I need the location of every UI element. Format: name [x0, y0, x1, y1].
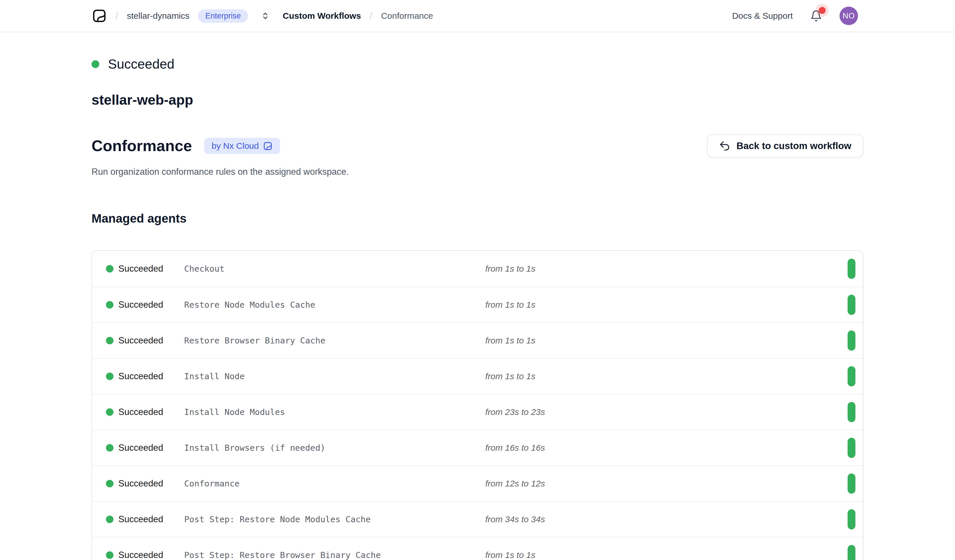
step-timeline-bar: [848, 366, 855, 387]
step-duration: from 12s to 12s: [485, 479, 848, 488]
step-status-label: Succeeded: [118, 514, 163, 524]
step-name: Restore Browser Binary Cache: [184, 335, 485, 345]
step-timeline-bar: [848, 402, 855, 422]
step-row[interactable]: Succeeded Install Node Modules from 23s …: [92, 394, 863, 430]
step-row[interactable]: Succeeded Conformance from 12s to 12s: [92, 465, 863, 501]
status-dot-icon: [106, 301, 113, 309]
step-row[interactable]: Succeeded Install Browsers (if needed) f…: [92, 430, 863, 465]
breadcrumb-separator: /: [116, 10, 118, 21]
step-status-label: Succeeded: [118, 407, 163, 417]
step-duration: from 1s to 1s: [485, 371, 848, 381]
back-button-label: Back to custom workflow: [736, 140, 852, 151]
status-dot-icon: [106, 265, 113, 273]
workflow-description: Run organization conformance rules on th…: [91, 165, 864, 178]
step-row[interactable]: Succeeded Restore Node Modules Cache fro…: [92, 287, 863, 322]
docs-support-link[interactable]: Docs & Support: [732, 11, 793, 21]
status-dot-icon: [91, 60, 99, 68]
workflow-title: Conformance: [91, 137, 192, 154]
workspace-switcher-button[interactable]: [261, 11, 270, 20]
step-timeline-bar: [848, 295, 855, 315]
step-status: Succeeded: [106, 335, 184, 346]
step-name: Install Browsers (if needed): [184, 443, 485, 453]
workflow-title-group: Conformance by Nx Cloud: [91, 137, 280, 154]
step-status-label: Succeeded: [118, 443, 163, 453]
step-duration: from 1s to 1s: [485, 264, 848, 274]
step-duration: from 1s to 1s: [485, 335, 848, 345]
step-status-label: Succeeded: [118, 335, 163, 346]
step-status-label: Succeeded: [118, 371, 163, 382]
step-status: Succeeded: [106, 407, 184, 417]
breadcrumb-separator: /: [369, 10, 372, 21]
step-duration: from 23s to 23s: [485, 407, 848, 417]
status-dot-icon: [106, 408, 113, 416]
status-dot-icon: [106, 444, 113, 452]
chevron-up-down-icon: [261, 11, 270, 20]
managed-agents-card: Succeeded Checkout from 1s to 1s Succeed…: [91, 250, 864, 560]
enterprise-plan-badge: Enterprise: [198, 9, 248, 23]
step-status: Succeeded: [106, 478, 184, 489]
step-status: Succeeded: [106, 371, 184, 382]
step-status: Succeeded: [106, 514, 184, 524]
step-timeline-bar: [848, 509, 855, 529]
arrow-uturn-left-icon: [719, 140, 730, 151]
top-navigation-bar: / stellar-dynamics Enterprise Custom Wor…: [0, 0, 955, 32]
step-duration: from 34s to 34s: [485, 515, 848, 524]
step-status-label: Succeeded: [118, 478, 163, 489]
back-to-custom-workflow-button[interactable]: Back to custom workflow: [707, 134, 864, 158]
step-row[interactable]: Succeeded Restore Browser Binary Cache f…: [92, 322, 863, 358]
step-status: Succeeded: [106, 443, 184, 453]
status-dot-icon: [106, 373, 113, 380]
status-dot-icon: [106, 516, 113, 523]
avatar[interactable]: NO: [839, 7, 858, 25]
step-timeline-bar: [848, 331, 855, 351]
step-name: Post Step: Restore Node Modules Cache: [184, 515, 485, 524]
step-row[interactable]: Succeeded Install Node from 1s to 1s: [92, 358, 863, 394]
step-status: Succeeded: [106, 264, 184, 274]
main-content: Succeeded stellar-web-app Conformance by…: [91, 32, 864, 560]
step-timeline-bar: [848, 545, 855, 560]
step-status-label: Succeeded: [118, 299, 163, 310]
run-status-label: Succeeded: [108, 56, 174, 72]
breadcrumb: / stellar-dynamics Enterprise Custom Wor…: [92, 8, 433, 23]
header-actions: Docs & Support NO: [732, 7, 858, 25]
nx-cloud-mini-logo-icon: [263, 141, 272, 151]
step-duration: from 16s to 16s: [485, 443, 848, 453]
breadcrumb-current-page: Conformance: [381, 11, 433, 21]
nx-cloud-logo-icon: [92, 8, 107, 23]
step-status: Succeeded: [106, 550, 184, 560]
step-row[interactable]: Succeeded Post Step: Restore Browser Bin…: [92, 537, 863, 560]
workflow-header-row: Conformance by Nx Cloud Back to custom w…: [91, 134, 864, 158]
status-dot-icon: [106, 337, 113, 344]
step-name: Post Step: Restore Browser Binary Cache: [184, 550, 485, 560]
step-row[interactable]: Succeeded Post Step: Restore Node Module…: [92, 501, 863, 537]
status-dot-icon: [106, 480, 113, 487]
notifications-button[interactable]: [809, 9, 823, 22]
step-status-label: Succeeded: [118, 264, 163, 274]
step-name: Checkout: [184, 264, 485, 274]
step-name: Restore Node Modules Cache: [184, 300, 485, 310]
breadcrumb-custom-workflows[interactable]: Custom Workflows: [283, 11, 361, 21]
by-nx-cloud-label: by Nx Cloud: [211, 141, 259, 151]
step-duration: from 1s to 1s: [485, 300, 848, 310]
step-timeline-bar: [848, 474, 855, 494]
step-name: Conformance: [184, 479, 485, 488]
step-timeline-bar: [848, 438, 855, 458]
step-timeline-bar: [848, 259, 855, 279]
breadcrumb-org[interactable]: stellar-dynamics: [127, 11, 189, 21]
step-name: Install Node: [184, 371, 485, 381]
step-name: Install Node Modules: [184, 407, 485, 417]
status-dot-icon: [106, 551, 113, 559]
managed-agents-title: Managed agents: [91, 211, 864, 226]
workspace-title: stellar-web-app: [91, 92, 864, 108]
run-status: Succeeded: [91, 56, 864, 72]
step-status: Succeeded: [106, 299, 184, 310]
step-row[interactable]: Succeeded Checkout from 1s to 1s: [92, 251, 863, 287]
nx-cloud-logo[interactable]: [92, 8, 107, 23]
by-nx-cloud-badge[interactable]: by Nx Cloud: [204, 138, 280, 154]
step-duration: from 1s to 1s: [485, 550, 848, 560]
step-status-label: Succeeded: [118, 550, 163, 560]
notification-unread-dot: [819, 7, 826, 14]
